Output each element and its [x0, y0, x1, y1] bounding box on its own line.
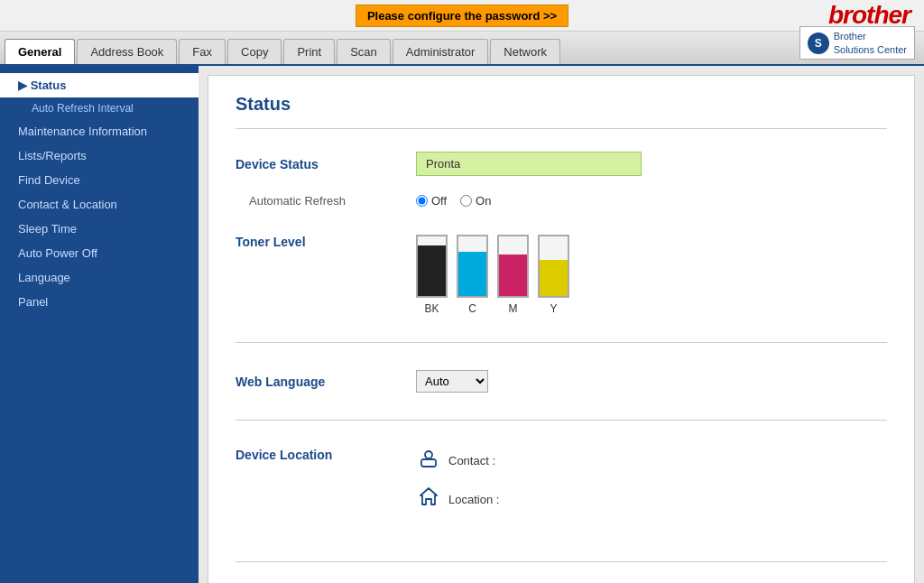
content-area: Status Device Status Automatic Refresh O… — [199, 66, 924, 583]
auto-refresh-off-label: Off — [431, 194, 447, 208]
tab-copy[interactable]: Copy — [227, 39, 282, 64]
tab-fax[interactable]: Fax — [179, 39, 226, 64]
divider-lang — [236, 420, 887, 421]
toner-m-bar — [497, 235, 529, 298]
toner-c-wrap: C — [457, 235, 488, 315]
sidebar-item-auto-refresh[interactable]: Auto Refresh Interval — [0, 97, 199, 119]
tab-bar: General Address Book Fax Copy Print Scan… — [0, 32, 924, 66]
solutions-icon: S — [808, 32, 829, 54]
auto-refresh-value: Off On — [416, 194, 887, 208]
password-alert-button[interactable]: Please configure the password >> — [356, 5, 568, 27]
tab-print[interactable]: Print — [283, 39, 335, 64]
content-panel: Status Device Status Automatic Refresh O… — [208, 75, 915, 583]
device-location-label: Device Location — [236, 448, 416, 462]
toner-m-label: M — [509, 302, 518, 315]
toner-container: BKCMY — [416, 235, 887, 315]
toner-bk-fill — [418, 245, 446, 296]
contact-icon — [416, 448, 441, 473]
divider-bottom — [236, 561, 887, 562]
toner-bk-label: BK — [424, 302, 439, 315]
solutions-center-label: BrotherSolutions Center — [834, 30, 907, 56]
web-language-value: AutoEnglishFrenchGermanSpanishItalian — [416, 370, 887, 393]
auto-refresh-row: Automatic Refresh Off On — [236, 185, 887, 217]
device-location-value: Contact : Location : — [416, 448, 887, 525]
device-status-value — [416, 152, 887, 176]
toner-y-label: Y — [550, 302, 557, 315]
contact-row: Contact : — [416, 448, 887, 473]
tab-network[interactable]: Network — [490, 39, 560, 64]
tab-scan[interactable]: Scan — [337, 39, 391, 64]
auto-refresh-on-radio[interactable] — [460, 195, 472, 207]
auto-refresh-radio-group: Off On — [416, 194, 887, 208]
contact-label: Contact : — [448, 454, 495, 467]
sidebar-item-panel[interactable]: Panel — [0, 290, 199, 314]
sidebar-item-sleep-time[interactable]: Sleep Time — [0, 217, 199, 241]
toner-m-wrap: M — [497, 235, 529, 315]
toner-y-wrap: Y — [538, 235, 569, 315]
device-status-input[interactable] — [416, 152, 642, 176]
sidebar-item-auto-power-off[interactable]: Auto Power Off — [0, 241, 199, 265]
svg-point-1 — [425, 451, 432, 458]
location-row: Location : — [416, 486, 887, 512]
tab-general[interactable]: General — [5, 39, 75, 64]
auto-refresh-label: Automatic Refresh — [236, 194, 416, 208]
divider-mid — [236, 342, 887, 343]
sidebar: Status Auto Refresh Interval Maintenance… — [0, 66, 199, 583]
main-layout: Status Auto Refresh Interval Maintenance… — [0, 66, 924, 583]
device-status-label: Device Status — [236, 157, 416, 171]
svg-rect-0 — [421, 459, 436, 467]
sidebar-item-lists-reports[interactable]: Lists/Reports — [0, 143, 199, 168]
toner-m-fill — [499, 254, 527, 296]
auto-refresh-on-label: On — [476, 194, 491, 208]
sidebar-item-status[interactable]: Status — [0, 73, 199, 97]
toner-bk-wrap: BK — [416, 235, 448, 315]
toner-y-fill — [540, 260, 568, 296]
web-language-label: Web Language — [236, 375, 416, 389]
toner-level-row: Toner Level BKCMY — [236, 217, 887, 324]
sidebar-item-find-device[interactable]: Find Device — [0, 168, 199, 192]
toner-level-value: BKCMY — [416, 230, 887, 315]
auto-refresh-off-radio[interactable] — [416, 195, 428, 207]
toner-bk-bar — [416, 235, 448, 298]
svg-marker-2 — [420, 488, 437, 504]
web-language-select[interactable]: AutoEnglishFrenchGermanSpanishItalian — [416, 370, 488, 393]
toner-c-fill — [458, 252, 486, 297]
toner-c-label: C — [468, 302, 476, 315]
divider-top — [236, 128, 887, 129]
solutions-center-button[interactable]: S BrotherSolutions Center — [799, 26, 915, 60]
sidebar-item-language[interactable]: Language — [0, 265, 199, 290]
web-language-row: Web Language AutoEnglishFrenchGermanSpan… — [236, 356, 887, 406]
sidebar-item-contact-location[interactable]: Contact & Location — [0, 192, 199, 217]
location-label: Location : — [448, 493, 499, 506]
top-banner: Please configure the password >> brother — [0, 0, 924, 32]
auto-refresh-off-option[interactable]: Off — [416, 194, 447, 208]
sidebar-item-maintenance[interactable]: Maintenance Information — [0, 119, 199, 143]
toner-c-bar — [457, 235, 488, 298]
page-title: Status — [236, 94, 887, 115]
tab-address-book[interactable]: Address Book — [77, 39, 177, 64]
tab-administrator[interactable]: Administrator — [393, 39, 489, 64]
location-icon — [416, 486, 441, 512]
toner-y-bar — [538, 235, 569, 298]
device-location-row: Device Location Contact : — [236, 434, 887, 534]
toner-level-label: Toner Level — [236, 230, 416, 249]
brother-logo: brother — [828, 1, 910, 30]
device-status-row: Device Status — [236, 143, 887, 185]
auto-refresh-on-option[interactable]: On — [460, 194, 491, 208]
